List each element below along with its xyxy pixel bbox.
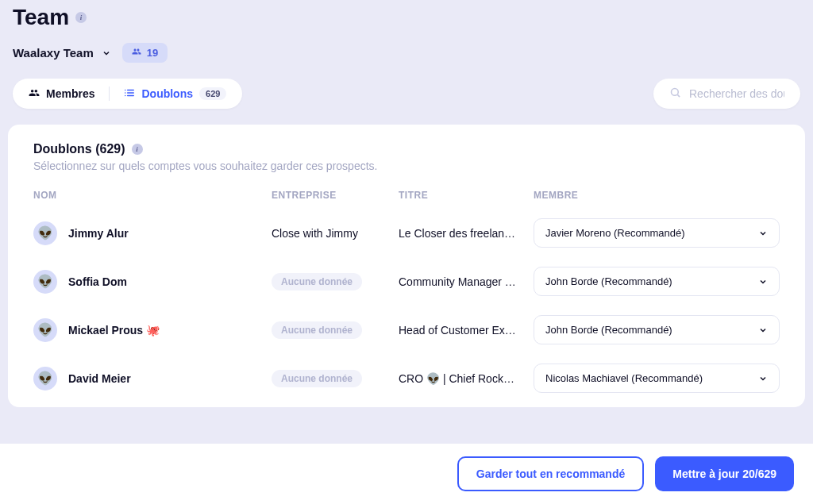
avatar: 👽	[33, 367, 57, 391]
table-row: 👽Jimmy AlurClose with JimmyLe Closer des…	[33, 209, 780, 257]
title-cell: Head of Customer Exp…	[399, 324, 518, 337]
doublons-count-pill: 629	[199, 87, 226, 100]
company-cell: Close with Jimmy	[272, 227, 391, 240]
avatar: 👽	[33, 270, 57, 294]
tab-members-label: Membres	[46, 87, 94, 100]
table-row: 👽Soffia DomAucune donnéeCommunity Manage…	[33, 257, 780, 306]
table-row: 👽David MeierAucune donnéeCRO 👽 | Chief R…	[33, 354, 780, 399]
company-cell: Aucune donnée	[272, 321, 391, 339]
team-selector[interactable]: Waalaxy Team	[13, 46, 111, 60]
th-name: NOM	[33, 190, 264, 201]
th-company: ENTREPRISE	[272, 190, 391, 201]
page-title: Team	[13, 5, 69, 30]
person-name: Jimmy Alur	[68, 227, 129, 240]
keep-recommended-button[interactable]: Garder tout en recommandé	[457, 456, 645, 491]
chevron-down-icon	[758, 374, 768, 383]
info-icon[interactable]: i	[132, 144, 143, 155]
info-icon[interactable]: i	[75, 12, 87, 23]
tab-divider	[109, 87, 110, 101]
table-row: 👽Mickael Prous 🐙Aucune donnéeHead of Cus…	[33, 306, 780, 354]
chevron-down-icon	[758, 229, 768, 238]
th-title: TITRE	[399, 190, 526, 201]
users-icon	[132, 47, 141, 59]
person-name: Soffia Dom	[68, 275, 127, 288]
person-name: Mickael Prous 🐙	[68, 324, 160, 337]
svg-point-6	[672, 89, 679, 96]
title-cell: Le Closer des freelances	[399, 227, 518, 240]
name-cell: 👽David Meier	[33, 367, 264, 391]
avatar: 👽	[33, 221, 57, 245]
name-cell: 👽Jimmy Alur	[33, 221, 264, 245]
member-select[interactable]: Javier Moreno (Recommandé)	[534, 218, 780, 248]
company-cell: Aucune donnée	[272, 370, 391, 387]
chevron-down-icon	[758, 325, 768, 335]
update-button[interactable]: Mettre à jour 20/629	[655, 456, 794, 491]
doublons-table: NOM ENTREPRISE TITRE MEMBRE 👽Jimmy AlurC…	[33, 190, 780, 399]
search-box[interactable]	[653, 79, 800, 109]
avatar: 👽	[33, 318, 57, 342]
member-select[interactable]: John Borde (Recommandé)	[534, 315, 780, 344]
tab-pills: Membres Doublons 629	[13, 79, 242, 109]
person-name: David Meier	[68, 372, 131, 385]
title-cell: Community Manager c…	[399, 275, 518, 288]
svg-line-7	[677, 94, 680, 97]
users-icon	[29, 87, 40, 101]
doublons-card: Doublons (629) i Sélectionnez sur quels …	[8, 125, 805, 407]
member-select-value: John Borde (Recommandé)	[545, 324, 672, 336]
tab-doublons[interactable]: Doublons 629	[124, 87, 226, 101]
chevron-down-icon	[102, 48, 111, 58]
th-member: MEMBRE	[534, 190, 780, 201]
chevron-down-icon	[758, 277, 768, 287]
no-data-pill: Aucune donnée	[272, 370, 362, 387]
card-title: Doublons (629)	[33, 142, 125, 156]
footer-bar: Garder tout en recommandé Mettre à jour …	[0, 444, 813, 504]
tab-members[interactable]: Membres	[29, 87, 94, 101]
search-icon	[669, 87, 681, 101]
tab-doublons-label: Doublons	[141, 87, 193, 100]
list-icon	[124, 87, 135, 101]
no-data-pill: Aucune donnée	[272, 273, 362, 290]
member-select[interactable]: John Borde (Recommandé)	[534, 267, 780, 296]
search-input[interactable]	[689, 87, 784, 100]
member-select-value: Javier Moreno (Recommandé)	[545, 227, 685, 239]
team-name-label: Waalaxy Team	[13, 46, 94, 60]
card-subtitle: Sélectionnez sur quels comptes vous souh…	[33, 160, 780, 172]
company-cell: Aucune donnée	[272, 273, 391, 290]
member-select[interactable]: Nicolas Machiavel (Recommandé)	[534, 364, 780, 393]
name-cell: 👽Soffia Dom	[33, 270, 264, 294]
no-data-pill: Aucune donnée	[272, 321, 362, 339]
member-count-badge[interactable]: 19	[122, 43, 168, 63]
name-cell: 👽Mickael Prous 🐙	[33, 318, 264, 342]
member-count-value: 19	[147, 47, 158, 59]
member-select-value: John Borde (Recommandé)	[545, 275, 672, 287]
title-cell: CRO 👽 | Chief Rocket…	[399, 372, 518, 385]
member-select-value: Nicolas Machiavel (Recommandé)	[545, 372, 703, 384]
